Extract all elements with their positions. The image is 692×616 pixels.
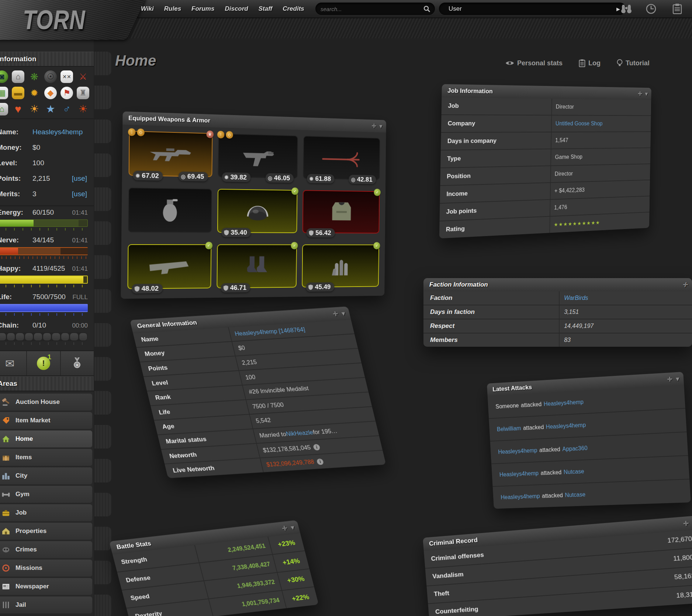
clock-icon[interactable] [646, 3, 657, 14]
status-icon-briefcase[interactable]: ▬ [12, 87, 24, 99]
sidebar-item-job[interactable]: Job [0, 504, 92, 521]
slot-primary-weapon[interactable]: ⋮ ◇ ♛ ✹67.02 ◎69.45 [129, 131, 213, 177]
events-button[interactable]: ! 1 [26, 351, 60, 376]
nav-credits[interactable]: Credits [283, 5, 304, 13]
sidebar-item-properties[interactable]: Properties [0, 523, 92, 540]
collapsed-side-tab[interactable] [94, 187, 111, 211]
dropdown-arrow-icon[interactable]: ▶ [616, 6, 620, 12]
nav-staff[interactable]: Staff [259, 5, 272, 13]
status-icon-red-sun[interactable]: ☀ [77, 103, 89, 115]
slot-boots[interactable]: ✓ 46.71 [217, 244, 297, 288]
status-icon-cannabis[interactable]: ❋ [28, 70, 41, 83]
sidebar-item-city[interactable]: City [0, 467, 92, 484]
status-icon-fist[interactable]: ✹ [28, 87, 41, 99]
sidebar-item-home[interactable]: Home [0, 430, 92, 447]
messages-button[interactable]: ✉ [0, 351, 26, 376]
slot-temporary-weapon[interactable] [128, 187, 212, 233]
search-box[interactable] [315, 3, 435, 15]
status-icon-bank[interactable]: ♜ [77, 87, 89, 99]
profile-link[interactable]: Heasleys4hemp [1468764] [234, 326, 306, 337]
collapsed-side-tab[interactable] [94, 153, 111, 177]
move-icon[interactable]: ✛ [638, 90, 642, 97]
status-icon-sun[interactable]: ☀ [28, 103, 41, 115]
collapse-icon[interactable]: ▾ [645, 90, 648, 97]
awards-button[interactable]: ★ [60, 351, 94, 376]
happy-bar[interactable] [0, 276, 88, 284]
tutorial-button[interactable]: Tutorial [617, 59, 650, 67]
status-icon-strategy-map[interactable]: ✕✕ [60, 70, 73, 83]
search-input[interactable] [320, 6, 423, 13]
nav-forums[interactable]: Forums [191, 5, 214, 13]
attacker-link[interactable]: Belwilliam [497, 425, 521, 433]
collapsed-side-tab[interactable] [94, 323, 111, 347]
sidebar-item-newspaper[interactable]: Newspaper [0, 578, 92, 595]
status-icon-flag[interactable]: ⚑ [60, 87, 73, 99]
collapsed-side-tab[interactable] [94, 527, 111, 550]
sidebar-item-item-market[interactable]: Item Market [0, 412, 92, 429]
slot-pants[interactable]: ✓ 48.02 [127, 244, 211, 289]
sidebar-item-missions[interactable]: Missions [0, 560, 92, 577]
status-icon-heart[interactable]: ♥ [12, 103, 24, 115]
attacker-link[interactable]: Heasleys4hemp [499, 470, 539, 478]
personal-stats-button[interactable]: Personal stats [505, 59, 563, 67]
info-icon[interactable]: i [313, 444, 321, 450]
move-icon[interactable]: ✛ [667, 375, 672, 383]
collapse-icon[interactable]: ▾ [341, 309, 346, 317]
company-link[interactable]: Untitled Goose Shop [556, 121, 603, 127]
info-icon[interactable]: i [316, 458, 324, 465]
status-icon-male[interactable]: ♂ [60, 103, 73, 115]
status-icon-tag[interactable]: ◆ [44, 87, 57, 99]
defender-link[interactable]: Appac360 [562, 445, 588, 453]
collapse-icon[interactable]: ▾ [290, 523, 295, 531]
status-icon-snake[interactable]: ◙ [0, 70, 8, 83]
attacker-link[interactable]: Heasleys4hemp [498, 447, 537, 455]
defender-link[interactable]: Nutcase [563, 468, 584, 475]
move-icon[interactable]: ✛ [682, 281, 688, 289]
status-icon-brain[interactable]: ☉ [44, 70, 57, 83]
collapsed-side-tab[interactable] [94, 255, 111, 279]
sidebar-item-auction-house[interactable]: Auction House [0, 394, 92, 411]
slot-gloves[interactable]: ✓ 45.49 [302, 245, 379, 288]
torn-logo[interactable]: TORN [23, 4, 86, 35]
collapsed-side-tab[interactable] [94, 221, 111, 245]
player-name-link[interactable]: Heasleys4hemp [32, 128, 83, 136]
merits-use-link[interactable]: [use] [72, 190, 94, 198]
slot-melee-weapon[interactable]: ✹61.88 ◎42.81 [303, 136, 380, 180]
move-icon[interactable]: ✛ [281, 524, 288, 532]
collapsed-side-tab[interactable] [94, 357, 111, 381]
collapsed-side-tab[interactable] [94, 120, 111, 143]
sidebar-item-gym[interactable]: Gym [0, 486, 92, 503]
collapsed-side-tab[interactable] [94, 289, 111, 313]
collapsed-side-tab[interactable] [94, 493, 111, 516]
slot-body-armor[interactable]: ✓ 56.42 [302, 190, 380, 233]
collapse-icon[interactable]: ▾ [676, 375, 679, 383]
sidebar-item-crimes[interactable]: Crimes [0, 541, 92, 558]
collapsed-side-tab[interactable] [94, 595, 111, 616]
clipboard-icon[interactable] [672, 3, 684, 14]
defender-link[interactable]: Heasleys4hemp [543, 399, 584, 407]
sidebar-item-jail[interactable]: Jail [0, 596, 92, 613]
spouse-link[interactable]: NikHeazle [285, 429, 314, 437]
nav-wiki[interactable]: Wiki [141, 5, 154, 13]
energy-bar[interactable] [0, 219, 88, 227]
move-icon[interactable]: ✛ [372, 122, 377, 129]
defender-link[interactable]: Heasleys4hemp [546, 422, 586, 430]
attacker-link[interactable]: Heasleys4hemp [501, 493, 540, 501]
nav-rules[interactable]: Rules [164, 5, 181, 13]
collapsed-side-tab[interactable] [94, 86, 111, 109]
status-icon-new-property[interactable]: ⌂ [0, 103, 8, 115]
binoculars-icon[interactable] [620, 3, 632, 14]
nerve-bar[interactable] [0, 247, 88, 255]
points-use-link[interactable]: [use] [72, 174, 94, 183]
collapsed-side-tab[interactable] [94, 52, 111, 75]
collapse-icon[interactable]: ▾ [380, 122, 383, 130]
status-icon-spreadsheet[interactable]: ▦ [0, 87, 8, 99]
sidebar-item-items[interactable]: Items [0, 449, 92, 466]
collapsed-side-tab[interactable] [94, 459, 111, 482]
status-icon-star[interactable]: ★ [44, 103, 57, 115]
move-icon[interactable]: ✛ [683, 519, 689, 528]
chain-bar[interactable] [0, 332, 88, 341]
defender-link[interactable]: Nutcase [565, 491, 586, 499]
search-icon[interactable] [423, 5, 430, 13]
life-bar[interactable] [0, 304, 88, 312]
